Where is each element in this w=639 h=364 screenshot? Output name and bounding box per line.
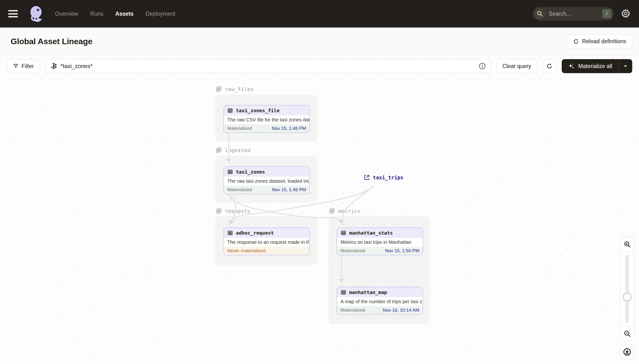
group-icon xyxy=(215,208,222,214)
group-name: ingested xyxy=(225,147,250,153)
asset-title: taxi_zones_file xyxy=(236,108,280,114)
group-label-raw-files: raw_files xyxy=(215,86,254,92)
asset-table-icon xyxy=(227,169,233,175)
materialize-all-split-button: Materialize all xyxy=(562,59,632,73)
menu-icon[interactable] xyxy=(8,10,18,18)
external-asset-title: taxi_trips xyxy=(373,175,403,180)
status-timestamp: Nov 15, 1:46 PM xyxy=(272,126,306,131)
asset-title: manhattan_map xyxy=(349,290,387,295)
materialize-options-caret[interactable] xyxy=(619,59,632,73)
asset-node-manhattan-stats[interactable]: manhattan_stats Metrics on taxi trips in… xyxy=(337,228,423,256)
reload-icon xyxy=(573,38,579,45)
external-asset-taxi-trips[interactable]: taxi_trips xyxy=(363,174,403,181)
status-label: Materialized xyxy=(227,187,252,192)
status-label: Materialized xyxy=(341,248,365,254)
download-icon xyxy=(623,348,631,356)
asset-table-icon xyxy=(341,230,346,236)
caret-down-icon xyxy=(623,64,628,68)
gear-icon[interactable] xyxy=(621,8,631,19)
materialize-all-label: Materialize all xyxy=(578,63,612,70)
group-label-metrics: metrics xyxy=(328,208,361,214)
asset-status-row: Never materialized xyxy=(224,247,309,255)
page-title: Global Asset Lineage xyxy=(11,37,93,46)
filter-button[interactable]: Filter xyxy=(7,59,40,73)
nav-item-assets[interactable]: Assets xyxy=(116,10,134,17)
group-icon xyxy=(215,86,222,92)
clear-query-button[interactable]: Clear query xyxy=(496,59,537,73)
status-label: Materialized xyxy=(341,308,365,313)
status-timestamp: Nov 16, 10:14 AM xyxy=(383,308,419,313)
nav-item-deployment[interactable]: Deployment xyxy=(146,10,175,17)
status-timestamp: Nov 15, 1:50 PM xyxy=(385,248,419,254)
asset-description: The raw CSV file for the taxi zones dat.… xyxy=(224,116,309,124)
asset-description: A map of the number of trips per taxi z.… xyxy=(337,297,423,306)
group-label-ingested: ingested xyxy=(215,147,250,154)
search-shortcut-badge: / xyxy=(602,9,611,18)
asset-node-taxi-zones-file[interactable]: taxi_zones_file The raw CSV file for the… xyxy=(223,105,310,133)
asset-query-field[interactable] xyxy=(45,59,491,73)
top-nav: Overview Runs Assets Deployment Search..… xyxy=(0,0,639,28)
zoom-in-icon xyxy=(623,241,631,248)
status-timestamp: Nov 15, 1:46 PM xyxy=(272,187,306,192)
group-icon xyxy=(215,147,222,154)
asset-title: adhoc_request xyxy=(236,230,274,236)
group-icon xyxy=(328,208,335,214)
asset-status-row: Materialized Nov 15, 1:50 PM xyxy=(337,247,423,255)
asset-title: manhattan_stats xyxy=(349,230,393,236)
lineage-canvas[interactable]: Filter Clear query xyxy=(0,56,639,364)
lineage-toolbar: Filter Clear query xyxy=(7,59,632,73)
primary-nav: Overview Runs Assets Deployment xyxy=(55,10,175,17)
materialize-all-button[interactable]: Materialize all xyxy=(562,59,618,73)
zoom-out-icon xyxy=(623,330,631,337)
asset-title: taxi_zones xyxy=(236,169,265,175)
search-placeholder: Search... xyxy=(549,10,602,17)
zoom-slider-track[interactable] xyxy=(625,255,629,323)
title-bar: Global Asset Lineage Reload definitions xyxy=(0,28,639,56)
asset-status-row: Materialized Nov 15, 1:46 PM xyxy=(224,186,309,194)
zoom-slider-thumb[interactable] xyxy=(623,292,631,301)
reload-definitions-button[interactable]: Reload definitions xyxy=(567,34,632,48)
status-label: Never materialized xyxy=(227,248,265,254)
group-label-requests: requests xyxy=(215,208,250,214)
zoom-in-button[interactable] xyxy=(620,237,634,251)
search-icon xyxy=(534,8,545,19)
asset-table-icon xyxy=(227,230,233,236)
refresh-button[interactable] xyxy=(542,59,556,73)
lineage-edges xyxy=(0,56,639,364)
query-graph-icon xyxy=(50,63,57,70)
asset-description: The response to an request made in th... xyxy=(224,238,309,247)
asset-node-taxi-zones[interactable]: taxi_zones The raw taxi zones dataset, l… xyxy=(223,166,310,194)
query-input[interactable] xyxy=(60,63,475,70)
nav-item-overview[interactable]: Overview xyxy=(55,10,78,17)
zoom-panel xyxy=(620,237,634,360)
external-link-icon xyxy=(363,174,370,181)
group-name: requests xyxy=(225,208,250,214)
download-view-button[interactable] xyxy=(620,344,634,360)
reload-definitions-label: Reload definitions xyxy=(582,38,626,45)
group-name: raw_files xyxy=(225,86,254,92)
zoom-out-button[interactable] xyxy=(620,326,634,340)
dagster-logo[interactable] xyxy=(28,5,44,22)
asset-description: Metrics on taxi trips in Manhattan xyxy=(337,238,423,247)
asset-node-adhoc-request[interactable]: adhoc_request The response to an request… xyxy=(223,228,310,256)
asset-status-row: Materialized Nov 16, 10:14 AM xyxy=(337,306,423,314)
asset-status-row: Materialized Nov 15, 1:46 PM xyxy=(224,124,309,132)
asset-table-icon xyxy=(341,290,346,295)
nav-item-runs[interactable]: Runs xyxy=(90,10,103,17)
asset-node-manhattan-map[interactable]: manhattan_map A map of the number of tri… xyxy=(337,287,423,315)
search-input[interactable]: Search... / xyxy=(533,7,614,20)
sparkle-icon xyxy=(568,63,575,70)
zoom-slider[interactable] xyxy=(620,251,634,326)
asset-table-icon xyxy=(227,108,233,114)
refresh-icon xyxy=(546,63,553,70)
asset-description: The raw taxi zones dataset, loaded int..… xyxy=(224,177,309,186)
group-name: metrics xyxy=(338,208,361,214)
filter-label: Filter xyxy=(22,63,34,70)
filter-icon xyxy=(13,63,19,69)
status-label: Materialized xyxy=(227,126,252,131)
zoom-stack xyxy=(620,237,634,341)
info-icon[interactable] xyxy=(478,62,486,70)
clear-query-label: Clear query xyxy=(502,63,531,70)
